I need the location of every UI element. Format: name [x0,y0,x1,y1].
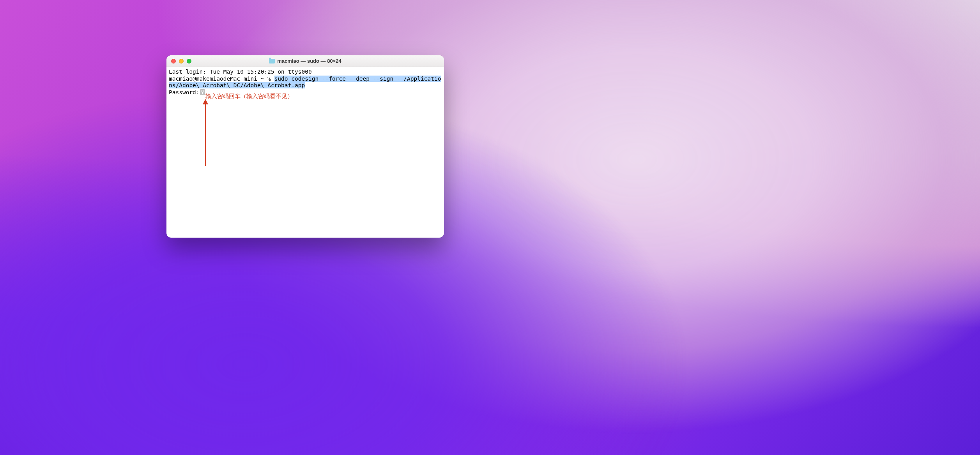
prompt-prefix: macmiao@makemiaodeMac-mini ~ % [169,76,274,82]
terminal-window[interactable]: macmiao — sudo — 80×24 Last login: Tue M… [166,55,444,238]
traffic-lights [171,59,191,63]
minimize-button[interactable] [179,59,184,63]
window-title-text: macmiao — sudo — 80×24 [277,58,341,64]
last-login-line: Last login: Tue May 10 15:20:25 on ttys0… [169,69,312,75]
window-title: macmiao — sudo — 80×24 [166,58,444,64]
folder-icon [269,59,275,63]
command-highlight-2: ns/Adobe\ Acrobat\ DC/Adobe\ Acrobat.app [169,82,305,88]
annotation-arrow-line [205,104,206,166]
password-prompt: Password: [169,89,200,95]
close-button[interactable] [171,59,176,63]
zoom-button[interactable] [187,59,191,63]
titlebar[interactable]: macmiao — sudo — 80×24 [166,55,444,67]
key-icon [200,89,205,95]
desktop-background: macmiao — sudo — 80×24 Last login: Tue M… [0,0,980,455]
terminal-body[interactable]: Last login: Tue May 10 15:20:25 on ttys0… [166,67,444,238]
annotation-text: 输入密码回车（输入密码看不见） [205,93,293,100]
command-highlight-1: sudo codesign --force --deep --sign - /A… [274,76,441,82]
